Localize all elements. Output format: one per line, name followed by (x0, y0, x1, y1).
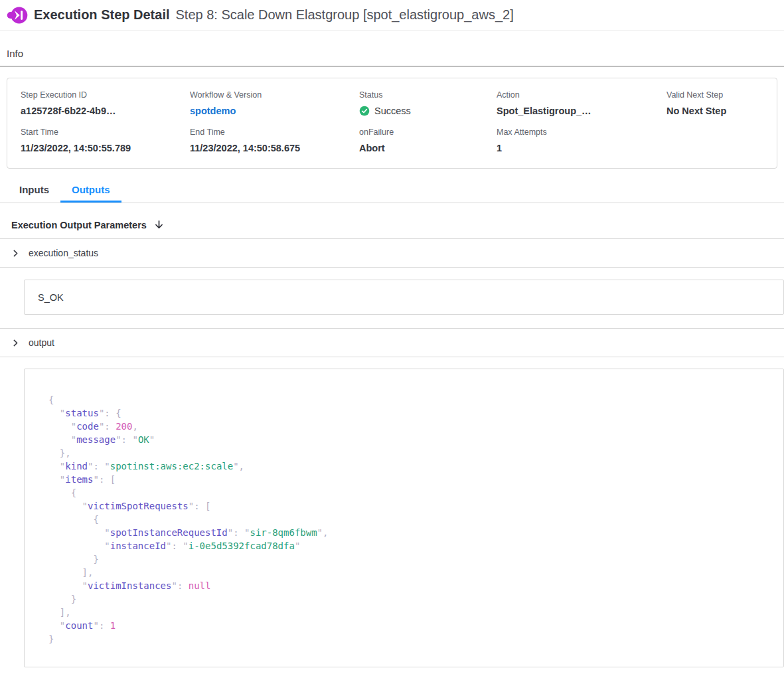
field-label: Max Attempts (497, 127, 666, 137)
json-output-code: { "status": { "code": 200, "message": "O… (48, 393, 770, 645)
execution-status-value-box: S_OK (24, 280, 784, 315)
output-json-box: { "status": { "code": 200, "message": "O… (24, 369, 784, 667)
tab-bar: Inputs Outputs (0, 179, 784, 203)
info-grid: Step Execution ID a125728f-6b22-4b9… Wor… (21, 90, 763, 153)
field-value: 1 (497, 143, 666, 153)
tab-outputs[interactable]: Outputs (60, 179, 121, 203)
field-value: No Next Step (666, 106, 763, 116)
field-step-execution-id: Step Execution ID a125728f-6b22-4b9… (21, 90, 190, 116)
execution-status-value: S_OK (38, 292, 64, 303)
field-value: Abort (359, 143, 497, 153)
field-value: 11/23/2022, 14:50:55.789 (21, 143, 190, 153)
field-action: Action Spot_Elastigroup_… (497, 90, 666, 116)
row-divider (0, 267, 784, 268)
group-name: execution_status (29, 248, 98, 258)
info-card: Step Execution ID a125728f-6b22-4b9… Wor… (7, 78, 777, 169)
field-value: Spot_Elastigroup_… (497, 106, 666, 116)
field-max-attempts: Max Attempts 1 (497, 127, 666, 153)
group-row-execution-status[interactable]: execution_status (0, 239, 784, 267)
tab-inputs[interactable]: Inputs (8, 179, 60, 203)
status-badge: Success (374, 106, 411, 116)
group-name: output (29, 337, 54, 348)
field-label: Workflow & Version (190, 90, 359, 100)
field-valid-next-step: Valid Next Step No Next Step (666, 90, 763, 116)
chevron-right-icon[interactable] (11, 249, 20, 258)
field-label: Step Execution ID (21, 90, 190, 100)
spacer (0, 315, 784, 328)
spacer (0, 357, 784, 369)
field-start-time: Start Time 11/23/2022, 14:50:55.789 (21, 127, 190, 153)
group-row-output[interactable]: output (0, 329, 784, 357)
output-params-header: Execution Output Parameters (0, 203, 784, 238)
field-end-time: End Time 11/23/2022, 14:50:58.675 (190, 127, 359, 153)
field-label: Action (497, 90, 666, 100)
page-subtitle: Step 8: Scale Down Elastgroup [spot_elas… (176, 7, 514, 23)
field-value: a125728f-6b22-4b9… (21, 106, 190, 116)
section-divider (0, 66, 784, 67)
workflow-link[interactable]: spotdemo (190, 106, 359, 116)
field-onfailure: onFailure Abort (359, 127, 497, 153)
success-check-icon (359, 106, 370, 116)
field-workflow-version: Workflow & Version spotdemo (190, 90, 359, 116)
field-value: 11/23/2022, 14:50:58.675 (190, 143, 359, 153)
field-status: Status Success (359, 90, 497, 116)
field-label: End Time (190, 127, 359, 137)
itential-logo-icon (7, 6, 28, 25)
page-title: Execution Step Detail (34, 7, 170, 23)
field-label: Start Time (21, 127, 190, 137)
download-arrow-icon[interactable] (153, 219, 165, 230)
field-label: Valid Next Step (666, 90, 763, 100)
field-label: onFailure (359, 127, 497, 137)
header-bar: Execution Step Detail Step 8: Scale Down… (0, 0, 784, 31)
output-params-heading: Execution Output Parameters (11, 220, 147, 230)
chevron-right-icon[interactable] (11, 339, 20, 347)
field-label: Status (359, 90, 497, 100)
info-section-heading: Info (0, 31, 784, 66)
